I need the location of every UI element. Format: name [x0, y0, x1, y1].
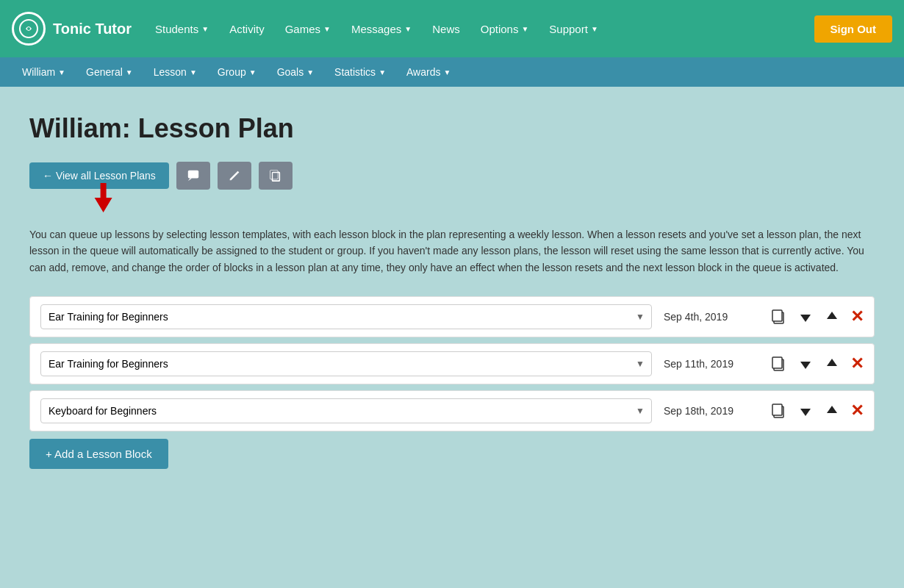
lesson-row: Ear Training for BeginnersKeyboard for B… [29, 296, 875, 337]
comment-icon [187, 169, 200, 182]
sub-nav-group[interactable]: Group ▼ [207, 62, 267, 82]
lesson-delete-icon[interactable]: ✕ [850, 401, 864, 420]
lesson-row: Ear Training for BeginnersKeyboard for B… [29, 390, 875, 431]
william-caret: ▼ [58, 68, 65, 76]
sub-nav-goals[interactable]: Goals ▼ [267, 62, 324, 82]
lesson-move-down-icon[interactable] [797, 309, 814, 325]
lesson-copy-icon[interactable] [771, 403, 787, 419]
lesson-move-up-icon[interactable] [824, 356, 840, 372]
lesson-list: Ear Training for BeginnersKeyboard for B… [29, 296, 875, 431]
lesson-template-select-0[interactable]: Ear Training for BeginnersKeyboard for B… [40, 304, 652, 329]
duplicate-icon [269, 169, 282, 182]
lesson-actions: ✕ [771, 401, 864, 420]
svg-marker-12 [827, 312, 837, 319]
sub-nav: William ▼ General ▼ Lesson ▼ Group ▼ Goa… [0, 57, 904, 87]
statistics-caret: ▼ [379, 68, 386, 76]
svg-rect-14 [772, 357, 782, 368]
red-arrow-icon [93, 183, 114, 212]
games-caret: ▼ [323, 25, 331, 33]
sub-nav-william[interactable]: William ▼ [12, 62, 76, 82]
lesson-select-wrapper: Ear Training for BeginnersKeyboard for B… [40, 304, 652, 329]
lesson-template-select-1[interactable]: Ear Training for BeginnersKeyboard for B… [40, 351, 652, 376]
lesson-select-wrapper: Ear Training for BeginnersKeyboard for B… [40, 351, 652, 376]
top-nav: Tonic Tutor Students ▼ Activity Games ▼ … [0, 0, 904, 57]
page-title: William: Lesson Plan [29, 113, 875, 144]
lesson-date: Sep 11th, 2019 [664, 358, 759, 370]
students-caret: ▼ [201, 25, 209, 33]
lesson-template-select-2[interactable]: Ear Training for BeginnersKeyboard for B… [40, 398, 652, 423]
nav-item-games[interactable]: Games ▼ [276, 17, 340, 41]
logo-area: Tonic Tutor [12, 12, 132, 46]
options-caret: ▼ [521, 25, 528, 33]
general-caret: ▼ [126, 68, 133, 76]
svg-marker-16 [827, 359, 837, 366]
add-lesson-block-button[interactable]: + Add a Lesson Block [29, 439, 168, 469]
lesson-select-wrapper: Ear Training for BeginnersKeyboard for B… [40, 398, 652, 423]
svg-marker-2 [95, 183, 112, 212]
nav-item-activity[interactable]: Activity [220, 17, 273, 41]
lesson-actions: ✕ [771, 307, 864, 326]
lesson-caret: ▼ [190, 68, 197, 76]
lesson-actions: ✕ [771, 354, 864, 373]
lesson-date: Sep 18th, 2019 [664, 405, 759, 417]
main-content: William: Lesson Plan ← View all Lesson P… [0, 87, 904, 495]
sub-nav-awards[interactable]: Awards ▼ [396, 62, 461, 82]
edit-button[interactable] [218, 162, 251, 190]
edit-icon [228, 169, 241, 182]
svg-marker-4 [188, 179, 192, 182]
svg-rect-18 [772, 404, 782, 415]
sub-nav-lesson[interactable]: Lesson ▼ [143, 62, 207, 82]
svg-marker-11 [800, 315, 811, 322]
lesson-move-up-icon[interactable] [824, 309, 840, 325]
svg-rect-7 [270, 171, 278, 179]
toolbar: ← View all Lesson Plans [29, 162, 875, 190]
lesson-delete-icon[interactable]: ✕ [850, 307, 864, 326]
lesson-row: Ear Training for BeginnersKeyboard for B… [29, 343, 875, 384]
lesson-copy-icon[interactable] [771, 356, 787, 372]
nav-item-support[interactable]: Support ▼ [540, 17, 606, 41]
svg-rect-3 [188, 171, 198, 179]
svg-marker-19 [800, 409, 811, 416]
lesson-move-up-icon[interactable] [824, 403, 840, 419]
top-nav-items: Students ▼ Activity Games ▼ Messages ▼ N… [146, 17, 814, 41]
nav-item-students[interactable]: Students ▼ [146, 17, 218, 41]
svg-rect-10 [772, 310, 782, 321]
group-caret: ▼ [249, 68, 257, 76]
sign-out-button[interactable]: Sign Out [814, 15, 893, 43]
svg-marker-15 [800, 362, 811, 369]
sub-nav-statistics[interactable]: Statistics ▼ [324, 62, 396, 82]
description-text: You can queue up lessons by selecting le… [29, 226, 875, 276]
nav-item-messages[interactable]: Messages ▼ [342, 17, 420, 41]
goals-caret: ▼ [306, 68, 314, 76]
lesson-move-down-icon[interactable] [797, 356, 814, 372]
nav-item-news[interactable]: News [423, 17, 469, 41]
lesson-delete-icon[interactable]: ✕ [850, 354, 864, 373]
comment-button[interactable] [176, 162, 210, 190]
svg-marker-20 [827, 406, 837, 413]
logo-icon [12, 12, 46, 46]
lesson-copy-icon[interactable] [771, 309, 787, 325]
copy-button[interactable] [259, 162, 293, 190]
lesson-date: Sep 4th, 2019 [664, 311, 759, 323]
svg-point-1 [27, 27, 30, 30]
support-caret: ▼ [591, 25, 598, 33]
nav-item-options[interactable]: Options ▼ [472, 17, 538, 41]
messages-caret: ▼ [404, 25, 412, 33]
awards-caret: ▼ [443, 68, 451, 76]
sub-nav-general[interactable]: General ▼ [76, 62, 143, 82]
lesson-move-down-icon[interactable] [797, 403, 814, 419]
app-logo-text: Tonic Tutor [53, 21, 132, 37]
